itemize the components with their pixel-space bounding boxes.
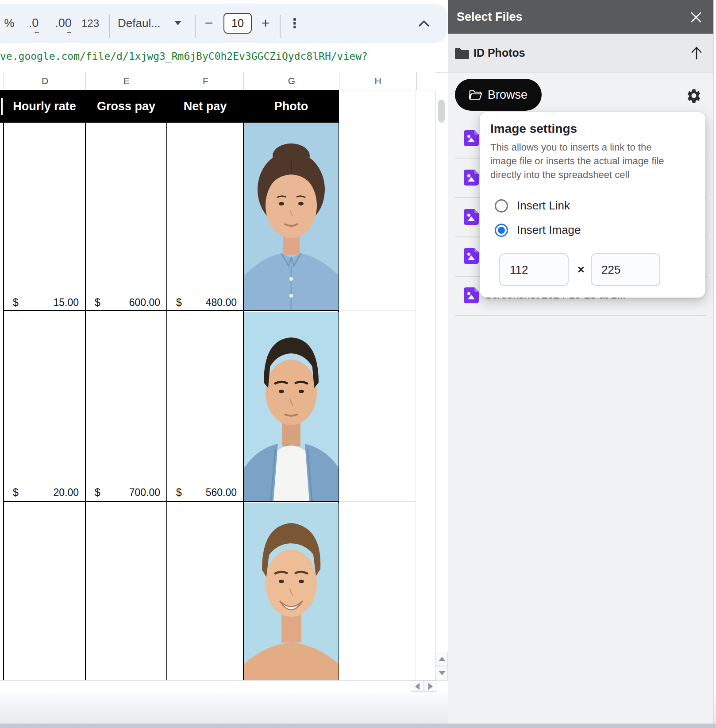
insert-image-label: Insert Image	[517, 223, 581, 237]
portrait-man-dark-hair	[244, 312, 339, 501]
current-folder-row[interactable]: ID Photos	[448, 34, 713, 73]
cell-value: 480.00	[206, 297, 237, 309]
browse-label: Browse	[488, 88, 527, 102]
decrease-decimal-arrow-icon: ←	[33, 27, 40, 35]
triangle-up-icon	[439, 657, 446, 661]
employee-photo-3[interactable]	[244, 503, 339, 680]
font-size-field[interactable]: 10	[223, 4, 252, 43]
increase-decimal-button[interactable]: .00 →	[50, 4, 77, 43]
collapse-toolbar-button[interactable]	[415, 4, 433, 43]
cell-net-pay-row1[interactable]: $480.00	[167, 292, 243, 309]
header-gross-pay[interactable]: Gross pay	[85, 90, 167, 123]
scroll-up-button[interactable]	[436, 652, 448, 666]
folder-icon	[455, 47, 469, 59]
gridline	[339, 310, 416, 311]
bottom-strip	[0, 724, 716, 728]
cell-gross-pay-row1[interactable]: $600.00	[86, 292, 166, 309]
increase-decimal-arrow-icon: →	[65, 27, 73, 35]
image-file-icon[interactable]	[464, 248, 479, 264]
folder-name: ID Photos	[473, 46, 525, 59]
image-file-icon[interactable]	[464, 209, 479, 225]
vertical-scrollbar-thumb[interactable]	[438, 100, 445, 123]
employee-photo-2[interactable]	[244, 312, 339, 501]
chevron-up-icon	[418, 19, 430, 27]
folder-open-icon	[469, 89, 482, 101]
decrease-decimal-button[interactable]: .0 ←	[21, 4, 46, 43]
font-family-dropdown[interactable]: Defaul...	[118, 4, 162, 43]
arrow-up-icon[interactable]	[690, 46, 703, 60]
currency-symbol: $	[95, 297, 100, 309]
header-hourly-rate[interactable]: Hourly rate	[4, 90, 85, 123]
formula-bar[interactable]: ve.google.com/file/d/1xjwg3_Rm6jByC0h2Ev…	[0, 43, 448, 73]
decrease-decimal-label: .0 ←	[29, 16, 39, 30]
cell-value: 20.00	[53, 487, 79, 499]
increase-decimal-label: .00 →	[55, 16, 72, 30]
horizontal-scrollbar-track[interactable]	[0, 680, 448, 692]
height-input[interactable]	[591, 253, 660, 286]
vertical-scrollbar-track[interactable]	[435, 90, 448, 680]
close-icon[interactable]	[690, 12, 702, 23]
description-line: directly into the spreadsheet cell	[490, 168, 664, 182]
table-border	[243, 123, 244, 680]
panel-title: Select Files	[457, 10, 523, 24]
dimension-separator: ×	[577, 263, 585, 277]
settings-gear-icon[interactable]	[686, 88, 702, 104]
table-header-row: Hourly rate Gross pay Net pay Photo	[0, 90, 339, 123]
header-net-pay[interactable]: Net pay	[167, 90, 243, 123]
width-input[interactable]	[499, 253, 569, 286]
radio-dot	[498, 227, 505, 234]
scroll-left-button[interactable]	[411, 681, 424, 692]
employee-photo-1[interactable]	[244, 123, 339, 310]
insert-image-option[interactable]: Insert Image	[495, 223, 581, 237]
clipped-header-glyph	[1, 98, 3, 115]
cell-value: 15.00	[53, 297, 79, 309]
cell-gross-pay-row2[interactable]: $700.00	[86, 482, 166, 499]
toolbar-divider	[280, 15, 281, 38]
insert-link-option[interactable]: Insert Link	[495, 199, 570, 213]
currency-symbol: $	[13, 297, 19, 309]
toolbar-divider	[109, 15, 110, 38]
browse-button[interactable]: Browse	[455, 79, 542, 111]
list-divider	[455, 315, 707, 316]
column-header-d[interactable]: D	[4, 72, 86, 90]
cell-hourly-rate-row2[interactable]: $20.00	[4, 482, 85, 499]
cell-hourly-rate-row1[interactable]: $15.00	[4, 292, 85, 309]
radio-unchecked-icon[interactable]	[495, 199, 508, 213]
image-file-icon[interactable]	[464, 130, 479, 146]
currency-symbol: $	[176, 297, 182, 309]
percent-format-button[interactable]: %	[2, 4, 17, 43]
select-files-panel: Select Files ID Photos Browse	[448, 0, 714, 724]
column-header-g[interactable]: G	[243, 72, 339, 90]
scroll-down-button[interactable]	[436, 666, 448, 680]
column-header-e[interactable]: E	[85, 72, 167, 90]
screenshot-root: % .0 ← .00 → 123 Defaul... − 10 + ⋮	[0, 0, 716, 728]
table-border	[3, 501, 339, 502]
gridline	[416, 90, 416, 680]
description-line: image file or inserts the actual image f…	[490, 154, 664, 168]
currency-symbol: $	[95, 487, 100, 499]
table-border	[3, 123, 4, 680]
toolbar-divider	[195, 15, 196, 38]
decrease-font-size-button[interactable]: −	[200, 4, 218, 43]
cell-value: 560.00	[206, 487, 237, 499]
portrait-man-smiling	[244, 503, 339, 680]
cell-net-pay-row2[interactable]: $560.00	[167, 482, 243, 499]
cell-value: 600.00	[129, 297, 160, 309]
image-settings-popover: Image settings This allows you to insert…	[480, 112, 705, 298]
radio-checked-icon[interactable]	[495, 224, 508, 237]
number-format-button[interactable]: 123	[79, 4, 102, 43]
increase-font-size-button[interactable]: +	[257, 4, 274, 43]
gridline	[339, 501, 416, 502]
table-border	[85, 123, 86, 680]
portrait-woman	[244, 123, 339, 310]
scroll-right-button[interactable]	[424, 681, 437, 692]
font-family-dropdown-arrow[interactable]	[173, 4, 182, 43]
column-header-h[interactable]: H	[339, 72, 417, 90]
image-file-icon[interactable]	[464, 170, 479, 186]
panel-header: Select Files	[448, 0, 713, 34]
more-options-button[interactable]: ⋮	[286, 4, 304, 43]
image-file-icon[interactable]	[464, 287, 479, 303]
header-photo[interactable]: Photo	[243, 90, 339, 123]
column-header-f[interactable]: F	[167, 72, 244, 90]
formula-bar-value[interactable]: ve.google.com/file/d/1xjwg3_Rm6jByC0h2Ev…	[0, 50, 368, 62]
